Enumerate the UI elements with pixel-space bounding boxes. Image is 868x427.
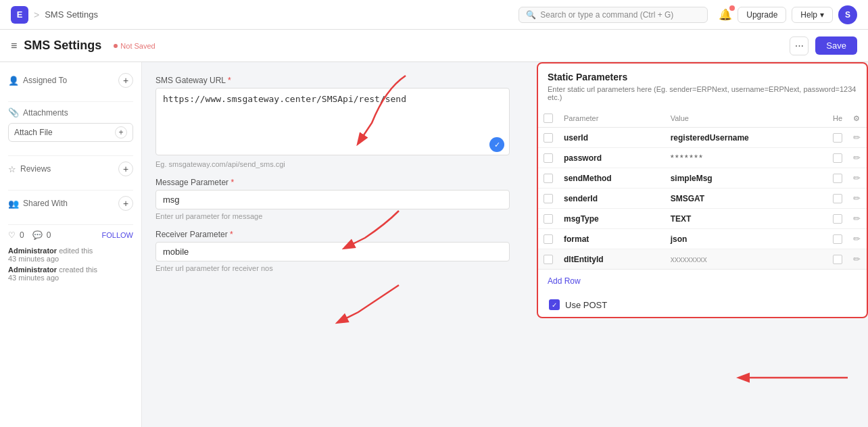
- row-checkbox[interactable]: [544, 194, 553, 203]
- edit-icon[interactable]: ✏: [853, 214, 861, 224]
- breadcrumb-sep: >: [34, 9, 39, 20]
- shared-with-section: 👥 Shared With +: [8, 196, 133, 211]
- sms-gateway-url-label: SMS Gateway URL *: [155, 76, 510, 85]
- hidden-checkbox[interactable]: [833, 174, 842, 183]
- main-content: SMS Gateway URL * ✓ Eg. smsgateway.com/a…: [142, 62, 868, 427]
- param-value-cell: xxxxxxxxx: [665, 249, 827, 270]
- param-value-cell: TEXT: [665, 209, 827, 229]
- assigned-to-label: Assigned To: [23, 76, 67, 85]
- content-area: 👤 Assigned To + 📎 Attachments Attach Fil…: [0, 62, 868, 427]
- attachments-label: Attachments: [23, 108, 68, 118]
- param-name-cell: userId: [558, 128, 665, 148]
- header-checkbox[interactable]: [544, 114, 553, 123]
- reviews-label: Reviews: [20, 164, 51, 174]
- not-saved-dot: [114, 44, 118, 48]
- shared-with-label: Shared With: [23, 199, 68, 208]
- edit-icon[interactable]: ✏: [853, 234, 861, 244]
- param-name-cell: sendMethod: [558, 168, 665, 189]
- hidden-checkbox[interactable]: [833, 153, 842, 163]
- user-avatar[interactable]: S: [838, 5, 857, 24]
- attachments-section: 📎 Attachments Attach File +: [8, 107, 133, 142]
- use-post-row: ✓ Use POST: [538, 293, 867, 317]
- more-icon: ···: [795, 40, 804, 52]
- required-star-msg: *: [231, 178, 234, 187]
- left-sidebar: 👤 Assigned To + 📎 Attachments Attach Fil…: [0, 62, 142, 427]
- hidden-checkbox[interactable]: [833, 255, 842, 264]
- table-row: senderId SMSGAT ✏: [538, 189, 867, 209]
- table-row: password ******* ✏: [538, 148, 867, 168]
- row-checkbox[interactable]: [544, 174, 553, 183]
- comments-count: 0: [47, 230, 51, 240]
- param-value-cell: registeredUsername: [665, 128, 827, 148]
- assigned-to-header: 👤 Assigned To +: [8, 73, 133, 88]
- page-header: ≡ SMS Settings Not Saved ··· Save: [0, 30, 868, 62]
- not-saved-label: Not Saved: [120, 42, 155, 50]
- heart-icon[interactable]: ♡: [8, 230, 16, 240]
- col-parameter: Parameter: [558, 109, 665, 128]
- sidebar-toggle-icon[interactable]: ≡: [11, 40, 17, 52]
- attach-file-row: Attach File +: [8, 123, 133, 142]
- log-item-1: Administrator edited this43 minutes ago: [8, 247, 133, 263]
- notifications-bell[interactable]: 🔔: [719, 8, 732, 21]
- more-options-button[interactable]: ···: [790, 36, 809, 55]
- attachments-header: 📎 Attachments: [8, 107, 133, 118]
- search-icon: 🔍: [526, 10, 536, 20]
- not-saved-badge: Not Saved: [114, 42, 155, 50]
- add-review-button[interactable]: +: [118, 161, 133, 176]
- add-attachment-button[interactable]: +: [115, 126, 127, 139]
- save-button[interactable]: Save: [815, 36, 857, 55]
- edit-icon[interactable]: ✏: [853, 173, 861, 183]
- static-params-header: Static Parameters Enter static url param…: [538, 64, 867, 109]
- table-row: msgType TEXT ✏: [538, 209, 867, 229]
- notification-badge: [729, 5, 735, 11]
- upgrade-button[interactable]: Upgrade: [738, 7, 786, 23]
- help-button[interactable]: Help ▾: [792, 7, 833, 23]
- hidden-checkbox[interactable]: [833, 133, 842, 143]
- row-checkbox[interactable]: [544, 255, 553, 264]
- sms-gateway-url-input[interactable]: [155, 88, 510, 155]
- star-icon: ☆: [8, 164, 16, 174]
- required-star-receiver: *: [230, 230, 233, 239]
- hidden-checkbox[interactable]: [833, 194, 842, 203]
- sms-gateway-url-field: SMS Gateway URL * ✓ Eg. smsgateway.com/a…: [155, 76, 510, 168]
- receiver-param-input[interactable]: [155, 242, 510, 261]
- message-param-label: Message Parameter *: [155, 178, 510, 187]
- row-checkbox[interactable]: [544, 133, 553, 143]
- param-name-cell: msgType: [558, 209, 665, 229]
- row-checkbox[interactable]: [544, 214, 553, 224]
- param-value-cell: *******: [665, 148, 827, 168]
- edit-icon[interactable]: ✏: [853, 254, 861, 264]
- static-params-panel: Static Parameters Enter static url param…: [537, 62, 868, 318]
- add-row-button[interactable]: Add Row: [538, 269, 867, 293]
- param-name-cell: senderId: [558, 189, 665, 209]
- divider-2: [8, 155, 133, 156]
- col-check: [538, 109, 558, 128]
- search-placeholder-text: Search or type a command (Ctrl + G): [540, 10, 673, 20]
- edit-icon[interactable]: ✏: [853, 193, 861, 203]
- add-assignee-button[interactable]: +: [118, 73, 133, 88]
- edit-icon[interactable]: ✏: [853, 132, 861, 143]
- message-param-input[interactable]: [155, 190, 510, 209]
- hidden-checkbox[interactable]: [833, 214, 842, 224]
- edit-icon[interactable]: ✏: [853, 153, 861, 163]
- arrow-addrow: [692, 361, 861, 395]
- app-logo[interactable]: E: [11, 6, 28, 24]
- follow-button[interactable]: FOLLOW: [102, 231, 133, 239]
- reviews-section: ☆ Reviews +: [8, 161, 133, 176]
- use-post-label: Use POST: [565, 300, 607, 310]
- row-checkbox[interactable]: [544, 153, 553, 163]
- form-fields: SMS Gateway URL * ✓ Eg. smsgateway.com/a…: [155, 76, 510, 272]
- url-check-icon: ✓: [489, 137, 504, 152]
- comment-icon[interactable]: 💬: [32, 230, 43, 240]
- settings-icon[interactable]: ⚙: [853, 114, 860, 122]
- likes-count: 0: [20, 230, 24, 240]
- param-name-cell: password: [558, 148, 665, 168]
- static-params-title: Static Parameters: [548, 72, 857, 82]
- add-share-button[interactable]: +: [118, 196, 133, 211]
- search-bar[interactable]: 🔍 Search or type a command (Ctrl + G): [519, 7, 708, 23]
- param-value-cell: simpleMsg: [665, 168, 827, 189]
- row-checkbox[interactable]: [544, 234, 553, 244]
- hidden-checkbox[interactable]: [833, 234, 842, 244]
- use-post-checkbox[interactable]: ✓: [549, 299, 560, 310]
- attach-file-label: Attach File: [14, 128, 53, 137]
